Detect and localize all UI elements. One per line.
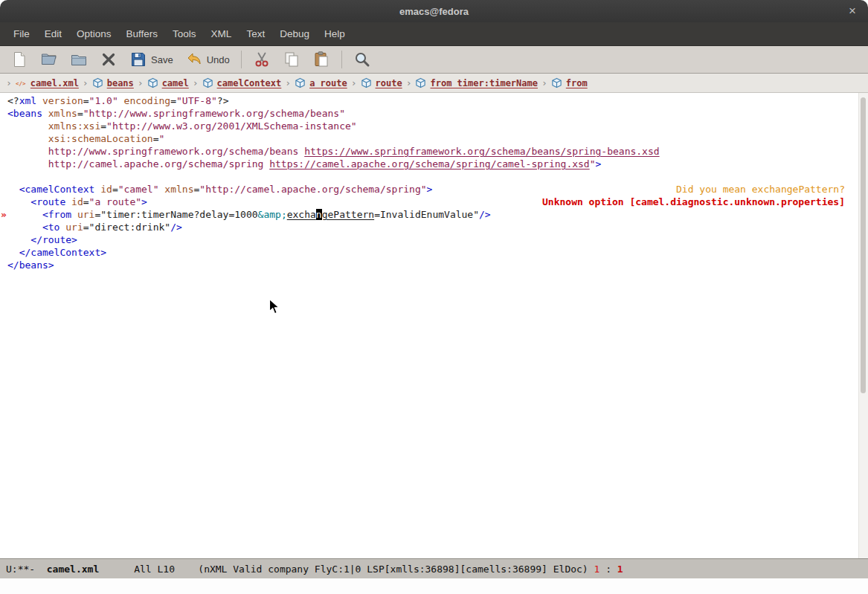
cube-icon — [415, 77, 426, 88]
toolbar-kill-buffer-button[interactable] — [94, 48, 123, 71]
menu-edit[interactable]: Edit — [37, 22, 69, 45]
breadcrumb-separator: › — [285, 77, 291, 88]
undo-icon — [185, 51, 203, 68]
modeline-segment: : — [599, 564, 617, 575]
error-fringe-indicator: » — [1, 208, 7, 221]
paste-icon — [312, 51, 330, 68]
breadcrumb-item-camelcontext[interactable]: camelContext — [202, 77, 282, 88]
toolbar-paste-button[interactable] — [306, 48, 336, 71]
dired-icon — [70, 51, 88, 68]
breadcrumb-label: camel — [162, 78, 189, 88]
code-icon: </> — [16, 77, 27, 88]
cube-icon — [147, 77, 158, 88]
cube-icon — [295, 77, 306, 88]
code-line-11[interactable]: <to uri="direct:drink"/> — [7, 221, 858, 233]
breadcrumb-separator: › — [193, 77, 199, 88]
breadcrumb-item-route[interactable]: route — [361, 77, 402, 88]
modeline-segment: 1 — [594, 564, 600, 575]
toolbar-new-file-button[interactable] — [4, 48, 34, 71]
code-line-4[interactable]: xsi:schemaLocation=" — [7, 132, 858, 145]
breadcrumb-separator: › — [541, 77, 547, 88]
breadcrumb-separator: › — [83, 77, 89, 88]
toolbar-cut-button[interactable] — [247, 48, 277, 71]
code-line-5[interactable]: http://www.springframework.org/schema/be… — [7, 145, 858, 158]
breadcrumb-item-from[interactable]: from — [551, 77, 588, 88]
code-line-13[interactable]: </camelContext> — [7, 246, 858, 259]
breadcrumb-label: route — [376, 78, 402, 88]
breadcrumb: ›</>camel.xml›beans›camel›camelContext›a… — [0, 74, 868, 93]
breadcrumb-item-beans[interactable]: beans — [92, 77, 134, 88]
menu-debug[interactable]: Debug — [272, 22, 317, 45]
menubar: FileEditOptionsBuffersToolsXMLTextDebugH… — [0, 22, 868, 46]
text-cursor: n — [316, 209, 322, 220]
toolbar-dired-button[interactable] — [64, 48, 94, 71]
breadcrumb-label: a route — [309, 78, 347, 88]
modeline-segment: 1 — [617, 564, 623, 575]
breadcrumb-label: camel.xml — [30, 78, 79, 88]
sideline-error: Unknown option [camel.diagnostic.unknown… — [542, 196, 845, 208]
modeline-segment: All L10 (nXML Valid company FlyC:1|0 LSP… — [99, 564, 594, 575]
menu-text[interactable]: Text — [239, 22, 272, 45]
code-line-6[interactable]: http://camel.apache.org/schema/spring ht… — [7, 158, 858, 170]
search-icon — [353, 51, 371, 68]
code-line-12[interactable]: </route> — [7, 233, 858, 246]
cut-icon — [253, 51, 271, 68]
svg-text:</>: </> — [16, 80, 26, 87]
modeline: U:**- camel.xml All L10 (nXML Valid comp… — [0, 558, 868, 578]
code-line-14[interactable]: </beans> — [7, 259, 858, 271]
toolbar-save-label: Save — [151, 54, 173, 65]
toolbar-separator — [241, 51, 242, 68]
toolbar-copy-button[interactable] — [277, 48, 306, 71]
code-line-10[interactable]: <from uri="timer:timerName?delay=1000&am… — [7, 208, 858, 221]
open-file-icon — [40, 51, 58, 68]
modeline-segment: U:**- — [6, 564, 47, 575]
kill-buffer-icon — [100, 51, 118, 68]
toolbar-save-button[interactable]: Save — [123, 48, 179, 71]
menu-buffers[interactable]: Buffers — [119, 22, 166, 45]
breadcrumb-separator: › — [6, 77, 12, 88]
copy-icon — [283, 51, 300, 68]
cube-icon — [92, 77, 103, 88]
breadcrumb-label: from timer:timerName — [430, 78, 538, 88]
code-line-2[interactable]: <beans xmlns="http://www.springframework… — [7, 107, 858, 120]
code-line-1[interactable]: <?xml version="1.0" encoding="UTF-8"?> — [7, 94, 858, 107]
save-icon — [129, 51, 147, 68]
scrollbar-thumb[interactable] — [861, 97, 866, 393]
close-button[interactable]: × — [843, 0, 862, 22]
new-file-icon — [10, 51, 28, 68]
toolbar-undo-label: Undo — [207, 54, 230, 65]
echo-area[interactable] — [0, 578, 868, 594]
window-title: emacs@fedora — [399, 6, 469, 17]
menu-xml[interactable]: XML — [204, 22, 239, 45]
titlebar[interactable]: emacs@fedora × — [0, 0, 868, 22]
breadcrumb-label: beans — [107, 78, 134, 88]
breadcrumb-item-a-route[interactable]: a route — [295, 77, 347, 88]
breadcrumb-item-camel-xml[interactable]: </>camel.xml — [16, 77, 79, 88]
breadcrumb-separator: › — [138, 77, 144, 88]
cube-icon — [202, 77, 213, 88]
menu-tools[interactable]: Tools — [165, 22, 204, 45]
breadcrumb-label: camelContext — [217, 78, 282, 88]
emacs-window: emacs@fedora × FileEditOptionsBuffersToo… — [0, 0, 868, 594]
sideline-hint[interactable]: Did you mean exchangePattern? — [676, 183, 845, 196]
toolbar-undo-button[interactable]: Undo — [179, 48, 236, 71]
breadcrumb-label: from — [566, 78, 588, 88]
breadcrumb-item-from-timer-timername[interactable]: from timer:timerName — [415, 77, 538, 88]
modeline-segment: camel.xml — [47, 564, 99, 575]
toolbar-separator — [341, 51, 342, 68]
toolbar: SaveUndo — [0, 46, 868, 74]
toolbar-open-file-button[interactable] — [34, 48, 64, 71]
cube-icon — [551, 77, 562, 88]
breadcrumb-item-camel[interactable]: camel — [147, 77, 189, 88]
breadcrumb-separator: › — [351, 77, 357, 88]
toolbar-search-button[interactable] — [347, 48, 377, 71]
code-line-7[interactable] — [7, 170, 858, 183]
cube-icon — [361, 77, 372, 88]
menu-help[interactable]: Help — [317, 22, 353, 45]
menu-file[interactable]: File — [6, 22, 37, 45]
breadcrumb-separator: › — [406, 77, 412, 88]
code-line-3[interactable]: xmlns:xsi="http://www.w3.org/2001/XMLSch… — [7, 120, 858, 132]
menu-options[interactable]: Options — [69, 22, 119, 45]
scrollbar[interactable] — [858, 93, 868, 558]
editor[interactable]: » <?xml version="1.0" encoding="UTF-8"?>… — [0, 93, 868, 558]
